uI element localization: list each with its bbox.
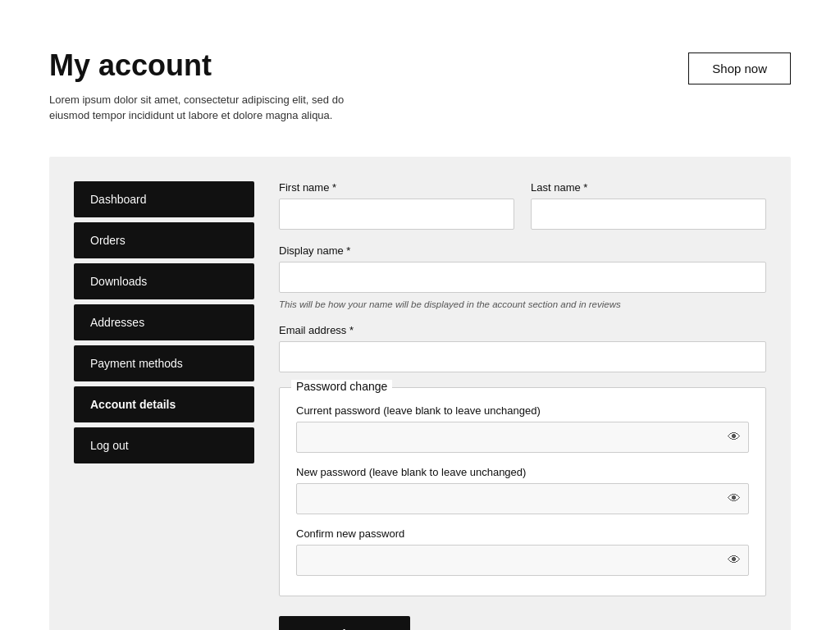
- email-input[interactable]: [279, 341, 766, 372]
- page-title: My account: [49, 49, 361, 82]
- confirm-password-wrap: 👁: [296, 545, 749, 576]
- new-password-group: New password (leave blank to leave uncha…: [296, 466, 749, 514]
- page-title-block: My account Lorem ipsum dolor sit amet, c…: [49, 49, 361, 124]
- first-name-label: First name *: [279, 181, 514, 194]
- display-name-group: Display name * This will be how your nam…: [279, 244, 766, 309]
- confirm-password-input[interactable]: [296, 545, 749, 576]
- account-container: Dashboard Orders Downloads Addresses Pay…: [49, 157, 791, 630]
- page-header: My account Lorem ipsum dolor sit amet, c…: [49, 49, 791, 124]
- first-name-input[interactable]: [279, 199, 514, 230]
- new-password-input[interactable]: [296, 483, 749, 514]
- page-subtitle: Lorem ipsum dolor sit amet, consectetur …: [49, 92, 361, 124]
- current-password-input[interactable]: [296, 422, 749, 453]
- current-password-label: Current password (leave blank to leave u…: [296, 404, 749, 417]
- email-group: Email address *: [279, 324, 766, 372]
- sidebar: Dashboard Orders Downloads Addresses Pay…: [74, 181, 254, 630]
- current-password-wrap: 👁: [296, 422, 749, 453]
- sidebar-item-orders[interactable]: Orders: [74, 222, 254, 258]
- last-name-label: Last name *: [531, 181, 766, 194]
- new-password-wrap: 👁: [296, 483, 749, 514]
- password-section-title: Password change: [291, 380, 392, 393]
- display-name-input[interactable]: [279, 262, 766, 293]
- new-password-eye-icon[interactable]: 👁: [728, 491, 741, 506]
- confirm-password-group: Confirm new password 👁: [296, 527, 749, 576]
- name-row: First name * Last name *: [279, 181, 766, 230]
- main-content: First name * Last name * Display name * …: [279, 181, 766, 630]
- current-password-eye-icon[interactable]: 👁: [728, 430, 741, 445]
- sidebar-item-account-details[interactable]: Account details: [74, 386, 254, 422]
- sidebar-item-downloads[interactable]: Downloads: [74, 263, 254, 299]
- confirm-password-eye-icon[interactable]: 👁: [728, 553, 741, 568]
- sidebar-item-payment-methods[interactable]: Payment methods: [74, 345, 254, 381]
- current-password-group: Current password (leave blank to leave u…: [296, 404, 749, 453]
- last-name-group: Last name *: [531, 181, 766, 230]
- email-label: Email address *: [279, 324, 766, 336]
- new-password-label: New password (leave blank to leave uncha…: [296, 466, 749, 478]
- sidebar-item-log-out[interactable]: Log out: [74, 427, 254, 463]
- shop-now-button[interactable]: Shop now: [688, 52, 791, 84]
- first-name-group: First name *: [279, 181, 514, 230]
- display-name-hint: This will be how your name will be displ…: [279, 299, 766, 309]
- last-name-input[interactable]: [531, 199, 766, 230]
- page-wrapper: My account Lorem ipsum dolor sit amet, c…: [0, 0, 840, 630]
- confirm-password-label: Confirm new password: [296, 527, 749, 540]
- sidebar-item-dashboard[interactable]: Dashboard: [74, 181, 254, 217]
- sidebar-item-addresses[interactable]: Addresses: [74, 304, 254, 340]
- password-section: Password change Current password (leave …: [279, 387, 766, 596]
- display-name-label: Display name *: [279, 244, 766, 257]
- save-changes-button[interactable]: Save changes: [279, 616, 410, 630]
